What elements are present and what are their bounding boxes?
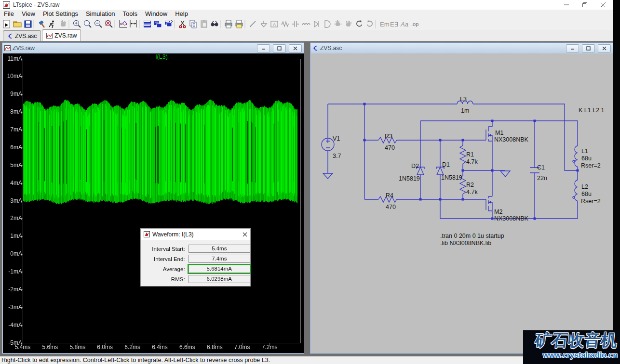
- child-close-button[interactable]: [289, 44, 302, 52]
- menu-window[interactable]: Window: [141, 10, 171, 18]
- component-ref: L3: [460, 96, 467, 103]
- y-tick-label: 2mA: [3, 215, 22, 222]
- halt-icon[interactable]: [61, 20, 66, 26]
- component-value2: Rser=2: [581, 198, 601, 205]
- save-icon[interactable]: [25, 21, 31, 27]
- dialog-close-icon[interactable]: [243, 232, 247, 237]
- mirror-icon[interactable]: Em: [380, 21, 390, 28]
- interval-end-field[interactable]: 7.4ms: [189, 255, 250, 263]
- tab-zvs-asc[interactable]: ZVS.asc: [3, 30, 41, 41]
- autorange-y-icon[interactable]: [120, 20, 127, 27]
- average-field[interactable]: 5.6814mA: [189, 265, 250, 273]
- copy-icon[interactable]: [190, 20, 196, 28]
- inductor-l2[interactable]: [573, 180, 578, 201]
- ground-symbol-mid[interactable]: [500, 171, 510, 177]
- drag-icon[interactable]: [346, 21, 351, 26]
- x-tick-label: 6.4ms: [149, 344, 171, 351]
- cut-icon[interactable]: [179, 21, 185, 28]
- child-minimize-button[interactable]: [257, 44, 270, 52]
- ltspice-logo-icon: [3, 1, 10, 9]
- component-value: 3.7: [333, 153, 341, 159]
- tile-vertical-icon[interactable]: [154, 21, 162, 27]
- mosfet-m1[interactable]: [486, 127, 492, 141]
- print-preview-icon[interactable]: [236, 20, 243, 28]
- wire-icon[interactable]: [250, 21, 256, 27]
- minimize-button[interactable]: [557, 0, 576, 10]
- inductor-icon[interactable]: [302, 24, 310, 25]
- child-restore-button[interactable]: [582, 44, 595, 52]
- interval-start-field[interactable]: 5.4ms: [189, 245, 250, 253]
- restore-button[interactable]: [576, 0, 594, 10]
- zoom-full-icon[interactable]: [106, 21, 113, 28]
- menu-tools[interactable]: Tools: [119, 10, 141, 18]
- menu-view[interactable]: View: [18, 10, 39, 18]
- component-value: 1m: [461, 107, 469, 114]
- rms-label: RMS:: [141, 276, 189, 282]
- open-folder-icon[interactable]: [13, 22, 21, 27]
- inductor-l1[interactable]: [573, 146, 578, 167]
- component-ref: D2: [411, 163, 419, 169]
- capacitor-icon[interactable]: [292, 21, 299, 27]
- close-button[interactable]: [594, 0, 612, 10]
- child-minimize-button[interactable]: [566, 44, 579, 52]
- find-icon[interactable]: [211, 21, 218, 26]
- tab-zvs-raw[interactable]: ZVS.raw: [42, 29, 81, 41]
- resistor-icon[interactable]: [281, 22, 289, 26]
- menu-file[interactable]: File: [0, 10, 18, 18]
- label-net-icon[interactable]: A: [271, 21, 278, 27]
- schematic-window: ZVS.asc: [310, 42, 613, 354]
- menu-plot-settings[interactable]: Plot Settings: [39, 10, 82, 18]
- control-panel-icon[interactable]: [39, 21, 44, 27]
- schematic-window-titlebar[interactable]: ZVS.asc: [310, 43, 613, 53]
- component-icon[interactable]: [325, 21, 330, 27]
- component-value: 4.7k: [466, 158, 478, 165]
- schematic-doc-icon: [7, 33, 13, 39]
- diode-icon[interactable]: [314, 21, 318, 27]
- y-tick-label: -1mA: [3, 268, 22, 275]
- cascade-icon[interactable]: [165, 20, 173, 26]
- trace-name-label[interactable]: I(L3): [133, 53, 190, 60]
- new-schematic-icon[interactable]: [3, 20, 10, 28]
- x-tick-label: 6.0ms: [94, 344, 116, 351]
- component-ref: R2: [466, 182, 474, 188]
- waveform-doc-icon: [46, 33, 53, 39]
- svg-text:Aa: Aa: [400, 21, 408, 28]
- waveform-plot-pane[interactable]: I(L3) 11mA10mA9mA8mA7mA6mA5mA4mA3mA2mA1m…: [3, 53, 304, 353]
- tile-horizontal-icon[interactable]: [144, 21, 151, 27]
- menu-simulation[interactable]: Simulation: [82, 10, 119, 18]
- ground-icon[interactable]: [261, 21, 267, 27]
- schematic-canvas[interactable]: V1 3.7 L3 1m R3 470 R4 470 D2 1N5819 D1 …: [311, 53, 613, 353]
- zoom-back-icon[interactable]: [84, 21, 92, 28]
- print-icon[interactable]: [225, 20, 232, 28]
- y-tick-label: 8mA: [3, 108, 22, 116]
- ground-symbol-v1[interactable]: [323, 173, 333, 179]
- waveform-window-titlebar[interactable]: ZVS.raw: [2, 43, 304, 53]
- text-tool-icon[interactable]: Aa: [400, 21, 408, 28]
- plot-settings-icon[interactable]: [130, 20, 136, 27]
- undo-icon[interactable]: [357, 20, 362, 26]
- y-tick-label: 10mA: [3, 73, 22, 80]
- tran-directive: .tran 0 20m 0 1u startup: [440, 233, 504, 239]
- dialog-title: Waveform: I(L3): [152, 231, 240, 238]
- mosfet-m2[interactable]: [486, 196, 492, 211]
- move-icon[interactable]: [334, 20, 342, 26]
- schematic-doc-icon: [312, 45, 318, 51]
- title-bar: LTspice - ZVS.raw: [0, 0, 613, 10]
- waveform-trace-canvas[interactable]: [3, 53, 304, 353]
- child-close-button[interactable]: [598, 44, 611, 52]
- zoom-out-icon[interactable]: [95, 21, 102, 28]
- spice-directive-icon[interactable]: .op: [411, 21, 418, 27]
- zoom-area-icon[interactable]: [74, 21, 81, 28]
- x-tick-label: 5.8ms: [67, 344, 89, 351]
- rotate-icon[interactable]: E∃: [390, 21, 398, 28]
- diode-d1[interactable]: [436, 167, 444, 175]
- child-restore-button[interactable]: [273, 44, 286, 52]
- run-icon[interactable]: [49, 21, 54, 28]
- rms-field[interactable]: 6.0298mA: [189, 275, 250, 283]
- redo-icon[interactable]: [367, 20, 373, 26]
- dialog-titlebar[interactable]: Waveform: I(L3): [141, 229, 250, 240]
- paste-icon[interactable]: [201, 20, 207, 27]
- resistor-r1[interactable]: [460, 145, 466, 164]
- menu-help[interactable]: Help: [171, 10, 192, 18]
- ltspice-logo-icon: [144, 231, 150, 237]
